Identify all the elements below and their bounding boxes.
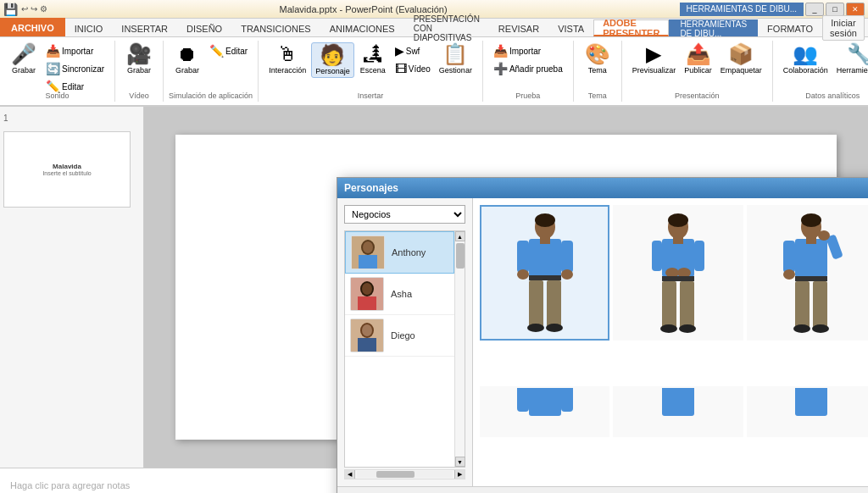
btn-personaje[interactable]: 🧑 Personaje <box>311 42 354 78</box>
btn-publicar[interactable]: 📤 Publicar <box>681 42 715 76</box>
character-list-container: Anthony <box>344 230 465 468</box>
hscroll-left[interactable]: ◀ <box>345 470 355 479</box>
btn-escena[interactable]: 🏞 Escena <box>356 42 390 76</box>
svg-rect-24 <box>540 237 550 244</box>
dialog-overlay: Personajes ✕ Negocios Casual <box>175 135 837 440</box>
dialog-footer: Descargar más: plantillas de eLearning D… <box>337 486 868 493</box>
pose-5-figure <box>640 386 716 437</box>
pose-item-4[interactable] <box>480 386 609 437</box>
character-poses-grid <box>473 198 868 486</box>
group-sonido: 🎤 Grabar 📥 Importar 🔄 Sincronizar ✏️ Edi… <box>0 41 115 102</box>
svg-point-43 <box>783 269 795 280</box>
svg-point-36 <box>679 324 696 333</box>
signin-button[interactable]: Iniciar sesión <box>822 15 865 41</box>
pose-item-2[interactable] <box>613 205 743 341</box>
btn-video[interactable]: 🎞 Vídeo <box>392 60 434 77</box>
main-area: 1 Malavida Inserte el subtítulo Personaj… <box>0 107 868 468</box>
character-item-diego[interactable]: Diego <box>345 315 454 357</box>
pose-item-1[interactable] <box>480 205 609 341</box>
publish-icon: 📤 <box>686 44 711 64</box>
btn-interaccion[interactable]: 🖱 Interacción <box>265 42 309 76</box>
tab-diseño[interactable]: DISEÑO <box>177 19 231 36</box>
btn-previsualizar[interactable]: ▶ Previsualizar <box>629 42 680 76</box>
btn-swf[interactable]: ▶ Swf <box>392 42 434 59</box>
tab-insertar[interactable]: INSERTAR <box>112 19 177 36</box>
herramientas-title: HERRAMIENTAS DE DIBU... <box>680 3 804 16</box>
import-icon: 📥 <box>46 44 60 58</box>
btn-editar-sim[interactable]: ✏️ Editar <box>206 42 251 59</box>
tab-transiciones[interactable]: TRANSICIONES <box>231 19 320 36</box>
group-tema-label: Tema <box>588 91 607 100</box>
svg-rect-33 <box>662 281 676 328</box>
category-dropdown[interactable]: Negocios Casual <box>344 205 465 224</box>
group-datos: 👥 Colaboración 🔧 Herramientas Datos anal… <box>773 41 868 102</box>
btn-añadir-prueba[interactable]: ➕ Añadir prueba <box>490 60 566 77</box>
svg-rect-54 <box>517 386 529 412</box>
import2-icon: 📥 <box>493 44 508 58</box>
list-scroll-up[interactable]: ▲ <box>455 231 465 241</box>
tab-herramientas[interactable]: HERRAMIENTAS DE DIBU... <box>669 19 758 36</box>
svg-rect-53 <box>529 386 561 416</box>
btn-empaquetar[interactable]: 📦 Empaquetar <box>717 42 765 76</box>
slide-thumb-content: Malavida Inserte el subtítulo <box>39 159 94 180</box>
btn-grabar-sim[interactable]: ⏺ Grabar <box>170 42 204 76</box>
svg-point-39 <box>801 213 821 227</box>
minimize-btn[interactable]: _ <box>805 3 824 16</box>
svg-point-49 <box>812 324 829 333</box>
group-video-label: Vídeo <box>129 91 149 100</box>
btn-colaboracion[interactable]: 👥 Colaboración <box>780 42 832 76</box>
diego-avatar <box>351 319 383 352</box>
tab-adobe[interactable]: ADOBE PRESENTER <box>593 19 669 36</box>
svg-point-6 <box>362 283 372 295</box>
sim-col: ✏️ Editar <box>206 42 251 59</box>
pose-item-5[interactable] <box>613 386 743 437</box>
character-icon: 🧑 <box>320 45 345 65</box>
tab-formato[interactable]: FORMATO <box>758 19 822 36</box>
tab-animaciones[interactable]: ANIMACIONES <box>320 19 404 36</box>
asha-thumb <box>350 277 384 311</box>
tab-archivo[interactable]: ARCHIVO <box>0 18 65 36</box>
ribbon-tabs: ARCHIVO INICIO INSERTAR DISEÑO TRANSICIO… <box>0 19 868 37</box>
btn-sincronizar[interactable]: 🔄 Sincronizar <box>42 60 108 77</box>
list-scroll-down[interactable]: ▼ <box>455 457 465 467</box>
tab-revisar[interactable]: REVISAR <box>489 19 548 36</box>
title-bar-title: Malavida.pptx - PowerPoint (Evaluación) <box>280 4 448 14</box>
list-scroll-thumb <box>456 243 465 269</box>
svg-point-44 <box>818 230 830 241</box>
btn-grabar-sonido[interactable]: 🎤 Grabar <box>7 42 41 76</box>
character-item-asha[interactable]: Asha <box>345 274 454 315</box>
tab-presentacion[interactable]: PRESENTACIÓN CON DIAPOSITIVAS <box>404 19 489 36</box>
slide-number: 1 <box>3 114 8 123</box>
btn-gestionar[interactable]: 📋 Gestionar <box>436 42 476 76</box>
btn-importar-prueba[interactable]: 📥 Importar <box>490 42 566 59</box>
tab-vista[interactable]: VISTA <box>548 19 593 36</box>
tab-inicio[interactable]: INICIO <box>65 19 113 36</box>
btn-importar-sonido[interactable]: 📥 Importar <box>42 42 108 59</box>
title-bar-left: 💾 ↩ ↪ ⚙ <box>3 3 47 16</box>
quick-access: ↩ ↪ ⚙ <box>21 4 47 14</box>
btn-tema[interactable]: 🎨 Tema <box>581 42 615 76</box>
svg-point-35 <box>660 324 677 333</box>
pose-3-figure <box>773 212 849 335</box>
hscroll-right[interactable]: ▶ <box>454 470 465 479</box>
notes-placeholder[interactable]: Haga clic para agregar notas <box>10 480 130 490</box>
dialog-left-panel: Negocios Casual <box>337 198 473 486</box>
group-prueba: 📥 Importar ➕ Añadir prueba Prueba <box>483 41 574 102</box>
hscroll-thumb <box>376 471 415 478</box>
pose-item-3[interactable] <box>747 205 868 341</box>
character-item-anthony[interactable]: Anthony <box>345 231 454 274</box>
hscroll-track <box>357 471 453 478</box>
collab-icon: 👥 <box>793 44 818 64</box>
anthony-name: Anthony <box>392 247 426 258</box>
svg-rect-41 <box>783 241 795 273</box>
maximize-btn[interactable]: □ <box>826 3 844 16</box>
vid-icon: 🎞 <box>395 62 407 75</box>
svg-rect-40 <box>795 239 827 277</box>
close-btn[interactable]: ✕ <box>846 3 865 16</box>
dialog-right-panel <box>473 198 868 486</box>
pose-item-6[interactable] <box>747 386 868 437</box>
btn-herramientas[interactable]: 🔧 Herramientas <box>833 42 868 76</box>
btn-grabar-video[interactable]: 🎥 Grabar <box>122 42 156 76</box>
group-tema: 🎨 Tema Tema <box>574 41 622 102</box>
slide-thumbnail[interactable]: Malavida Inserte el subtítulo <box>3 131 131 208</box>
